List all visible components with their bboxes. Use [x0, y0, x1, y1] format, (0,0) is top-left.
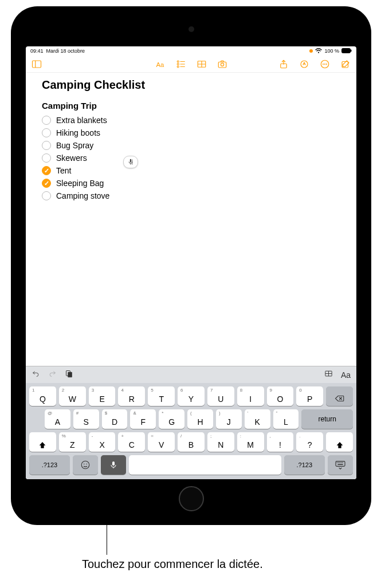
battery-icon [341, 48, 352, 54]
checklist-item[interactable]: Skewers [42, 152, 340, 164]
front-camera [188, 26, 194, 32]
text-format-icon[interactable]: Aa [155, 59, 166, 69]
home-button[interactable] [179, 486, 204, 511]
key-![interactable]: ,! [267, 432, 294, 452]
key-z[interactable]: %Z [59, 432, 86, 452]
svg-rect-39 [336, 461, 345, 467]
key-w[interactable]: 2W [59, 386, 86, 406]
checklist-item[interactable]: Camping stove [42, 190, 340, 202]
key-c[interactable]: +C [118, 432, 145, 452]
keyboard-row-2: @A#S$D&F*G(H)J'K"Lreturn [29, 409, 353, 429]
text-format-icon[interactable]: Aa [341, 370, 351, 380]
keyboard: 1Q2W3E4R5T6Y7U8I9O0P @A#S$D&F*G(H)J'K"Lr… [26, 383, 356, 479]
numbers-key[interactable]: .?123 [29, 455, 70, 475]
svg-rect-37 [112, 461, 115, 465]
checklist-circle-icon[interactable] [42, 179, 51, 188]
keyboard-toolbar: Aa [26, 366, 356, 383]
checklist-circle-icon[interactable] [42, 191, 51, 200]
emoji-key[interactable] [73, 455, 98, 475]
key-g[interactable]: *G [159, 409, 184, 429]
key-?[interactable]: .? [296, 432, 323, 452]
checklist-item[interactable]: Extra blankets [42, 114, 340, 127]
svg-point-0 [318, 52, 319, 53]
svg-rect-28 [68, 372, 72, 377]
status-time: 09:41 [30, 48, 44, 54]
svg-point-16 [221, 63, 223, 66]
checklist-circle-icon[interactable] [42, 141, 51, 150]
key-v[interactable]: =V [148, 432, 175, 452]
compose-icon[interactable] [340, 59, 351, 69]
markup-icon[interactable] [299, 59, 309, 69]
key-e[interactable]: 3E [89, 386, 116, 406]
key-h[interactable]: (H [187, 409, 213, 429]
key-y[interactable]: 6Y [178, 386, 205, 406]
checklist-item-label[interactable]: Bug Spray [56, 141, 93, 150]
checklist-item-label[interactable]: Sleeping Bag [56, 179, 104, 188]
shift-key[interactable] [326, 432, 353, 452]
key-j[interactable]: )J [216, 409, 242, 429]
keyboard-row-4: .?123.?123 [29, 455, 353, 475]
svg-point-36 [86, 464, 87, 465]
dictation-cursor-icon[interactable] [123, 156, 138, 168]
checklist-icon[interactable] [176, 59, 186, 69]
key-q[interactable]: 1Q [29, 386, 56, 406]
key-t[interactable]: 5T [148, 386, 175, 406]
key-n[interactable]: ;N [207, 432, 234, 452]
key-d[interactable]: $D [102, 409, 128, 429]
checklist-item-label[interactable]: Camping stove [56, 191, 109, 200]
key-b[interactable]: /B [178, 432, 205, 452]
scan-icon[interactable] [65, 369, 73, 380]
svg-point-34 [81, 461, 89, 469]
delete-key[interactable] [326, 386, 353, 406]
note-subtitle[interactable]: Camping Trip [42, 101, 340, 111]
checklist-circle-icon[interactable] [42, 116, 51, 125]
checklist-item-label[interactable]: Hiking boots [56, 128, 100, 137]
undo-icon[interactable] [32, 369, 40, 380]
key-s[interactable]: #S [73, 409, 99, 429]
key-m[interactable]: :M [237, 432, 264, 452]
svg-rect-2 [351, 49, 352, 52]
key-f[interactable]: &F [130, 409, 156, 429]
dictate-key[interactable] [101, 455, 126, 475]
camera-icon[interactable] [217, 59, 227, 69]
checklist-item-label[interactable]: Tent [56, 166, 71, 175]
hide-keyboard-key[interactable] [328, 455, 353, 475]
table-icon[interactable] [197, 59, 207, 69]
key-u[interactable]: 7U [207, 386, 234, 406]
checklist-item[interactable]: Tent [42, 164, 340, 177]
note-editor[interactable]: Camping Checklist Camping Trip Extra bla… [26, 73, 356, 366]
key-r[interactable]: 4R [118, 386, 145, 406]
key-a[interactable]: @A [45, 409, 70, 429]
return-key[interactable]: return [301, 409, 353, 429]
more-icon[interactable] [320, 59, 330, 69]
shift-key[interactable] [29, 432, 56, 452]
table-icon[interactable] [324, 369, 333, 380]
checklist-circle-icon[interactable] [42, 166, 51, 175]
redo-icon[interactable] [48, 369, 57, 380]
sidebar-icon[interactable] [32, 59, 42, 69]
checklist-item-label[interactable]: Skewers [56, 153, 87, 163]
key-i[interactable]: 8I [237, 386, 264, 406]
key-p[interactable]: 0P [296, 386, 323, 406]
wifi-icon [315, 48, 322, 54]
share-icon[interactable] [278, 59, 289, 69]
key-l[interactable]: "L [273, 409, 299, 429]
checklist-item[interactable]: Hiking boots [42, 127, 340, 139]
checklist-circle-icon[interactable] [42, 128, 51, 137]
note-title[interactable]: Camping Checklist [42, 78, 340, 92]
svg-point-21 [325, 64, 325, 64]
key-x[interactable]: -X [89, 432, 116, 452]
checklist-item[interactable]: Bug Spray [42, 139, 340, 152]
checklist-item[interactable]: Sleeping Bag [42, 177, 340, 190]
status-bar: 09:41 Mardi 18 octobre 100 % [26, 46, 356, 56]
svg-rect-1 [342, 48, 351, 53]
svg-point-6 [177, 61, 179, 62]
notes-toolbar: • • • Aa [26, 56, 356, 73]
numbers-key[interactable]: .?123 [284, 455, 325, 475]
space-key[interactable] [129, 455, 281, 475]
key-k[interactable]: 'K [245, 409, 270, 429]
status-date: Mardi 18 octobre [46, 48, 85, 54]
checklist-item-label[interactable]: Extra blankets [56, 116, 107, 125]
checklist-circle-icon[interactable] [42, 153, 51, 163]
key-o[interactable]: 9O [267, 386, 294, 406]
